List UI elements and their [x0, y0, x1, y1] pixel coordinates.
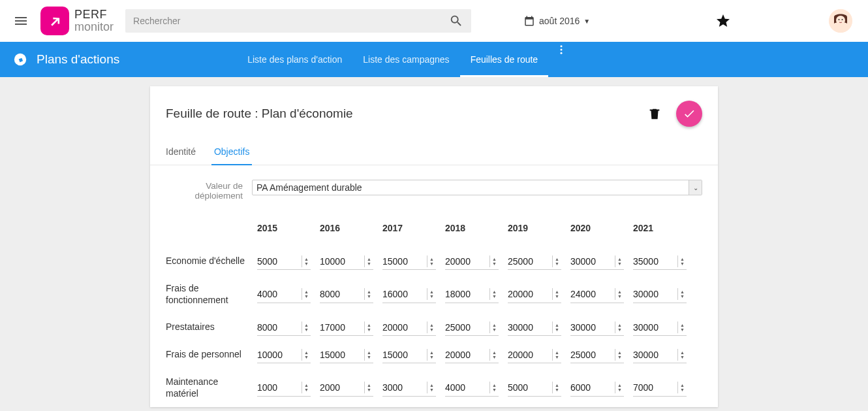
number-input[interactable]: 30000▲▼ [570, 253, 624, 270]
confirm-button[interactable] [676, 101, 702, 127]
stepper-icon[interactable]: ▲▼ [615, 255, 624, 267]
number-input[interactable]: 6000▲▼ [570, 380, 624, 397]
stepper-icon[interactable]: ▲▼ [364, 349, 373, 361]
nav-tab-plans-list[interactable]: Liste des plans d'action [237, 42, 352, 77]
year-header: 2017 [382, 216, 445, 248]
card-tab-identity[interactable]: Identité [157, 139, 205, 165]
hamburger-icon[interactable] [13, 13, 29, 29]
trash-icon[interactable] [647, 105, 662, 123]
date-label: août 2016 [539, 16, 580, 26]
number-input[interactable]: 30000▲▼ [633, 346, 687, 363]
number-input[interactable]: 20000▲▼ [508, 346, 561, 363]
stepper-icon[interactable]: ▲▼ [552, 349, 561, 361]
number-input[interactable]: 1000▲▼ [257, 380, 311, 397]
stepper-icon[interactable]: ▲▼ [364, 255, 373, 267]
value-cell: 25000▲▼ [570, 341, 633, 369]
stepper-icon[interactable]: ▲▼ [302, 255, 311, 267]
number-input[interactable]: 25000▲▼ [508, 253, 561, 270]
stepper-icon[interactable]: ▲▼ [552, 288, 561, 300]
stepper-icon[interactable]: ▲▼ [552, 255, 561, 267]
value-cell: 15000▲▼ [382, 248, 445, 275]
stepper-icon[interactable]: ▲▼ [489, 349, 499, 361]
stepper-icon[interactable]: ▲▼ [552, 321, 561, 333]
stepper-icon[interactable]: ▲▼ [489, 288, 499, 300]
number-input[interactable]: 20000▲▼ [382, 319, 436, 336]
stepper-icon[interactable]: ▲▼ [489, 382, 499, 393]
stepper-icon[interactable]: ▲▼ [302, 382, 311, 393]
number-input[interactable]: 4000▲▼ [445, 380, 499, 397]
number-input[interactable]: 24000▲▼ [570, 286, 624, 303]
stepper-icon[interactable]: ▲▼ [552, 382, 561, 393]
stepper-icon[interactable]: ▲▼ [677, 382, 687, 393]
stepper-icon[interactable]: ▲▼ [364, 382, 373, 393]
year-header: 2020 [570, 216, 633, 248]
chevron-down-icon: ⌄ [689, 180, 702, 195]
stepper-icon[interactable]: ▲▼ [615, 349, 624, 361]
logo[interactable]: PERF monitor [40, 7, 114, 35]
stepper-icon[interactable]: ▲▼ [364, 321, 373, 333]
number-input[interactable]: 15000▲▼ [382, 253, 436, 270]
date-picker[interactable]: août 2016 ▼ [523, 15, 590, 27]
stepper-icon[interactable]: ▲▼ [615, 321, 624, 333]
stepper-icon[interactable]: ▲▼ [427, 321, 436, 333]
stepper-icon[interactable]: ▲▼ [677, 349, 687, 361]
number-input[interactable]: 30000▲▼ [633, 319, 687, 336]
star-icon[interactable] [715, 13, 731, 29]
number-input[interactable]: 30000▲▼ [570, 319, 624, 336]
number-input[interactable]: 16000▲▼ [382, 286, 436, 303]
stepper-icon[interactable]: ▲▼ [677, 321, 687, 333]
number-input[interactable]: 10000▲▼ [257, 346, 311, 363]
stepper-icon[interactable]: ▲▼ [677, 255, 687, 267]
number-input[interactable]: 20000▲▼ [508, 286, 561, 303]
number-input[interactable]: 20000▲▼ [445, 346, 499, 363]
stepper-icon[interactable]: ▲▼ [427, 288, 436, 300]
stepper-icon[interactable]: ▲▼ [302, 288, 311, 300]
stepper-icon[interactable]: ▲▼ [677, 288, 687, 300]
calendar-icon [523, 15, 535, 27]
stepper-icon[interactable]: ▲▼ [427, 349, 436, 361]
number-input[interactable]: 5000▲▼ [508, 380, 561, 397]
number-input[interactable]: 25000▲▼ [445, 319, 499, 336]
search-input[interactable] [133, 16, 449, 26]
stepper-icon[interactable]: ▲▼ [489, 321, 499, 333]
value-cell: 30000▲▼ [633, 341, 696, 369]
value-cell: 20000▲▼ [508, 341, 570, 369]
more-icon[interactable] [553, 42, 569, 58]
number-input[interactable]: 7000▲▼ [633, 380, 687, 397]
number-input[interactable]: 17000▲▼ [320, 319, 373, 336]
searchbar[interactable] [125, 9, 471, 33]
number-input[interactable]: 5000▲▼ [257, 253, 311, 270]
number-input[interactable]: 18000▲▼ [445, 286, 499, 303]
stepper-icon[interactable]: ▲▼ [427, 382, 436, 393]
value-cell: 4000▲▼ [257, 275, 320, 314]
stepper-icon[interactable]: ▲▼ [489, 255, 499, 267]
number-input[interactable]: 30000▲▼ [633, 286, 687, 303]
nav-tab-campaigns-list[interactable]: Liste des campagnes [352, 42, 459, 77]
number-input[interactable]: 8000▲▼ [257, 319, 311, 336]
stepper-icon[interactable]: ▲▼ [615, 382, 624, 393]
stepper-icon[interactable]: ▲▼ [427, 255, 436, 267]
stepper-icon[interactable]: ▲▼ [302, 321, 311, 333]
number-input[interactable]: 10000▲▼ [320, 253, 373, 270]
number-input[interactable]: 20000▲▼ [445, 253, 499, 270]
avatar[interactable] [829, 9, 852, 33]
deployment-select[interactable]: PA Aménagement durable ⌄ [252, 180, 702, 195]
stepper-icon[interactable]: ▲▼ [615, 288, 624, 300]
stepper-icon[interactable]: ▲▼ [364, 288, 373, 300]
value-cell: 30000▲▼ [633, 275, 696, 314]
card-tab-objectives[interactable]: Objectifs [205, 139, 258, 165]
number-input[interactable]: 3000▲▼ [382, 380, 436, 397]
nav-tab-roadmaps[interactable]: Feuilles de route [460, 42, 549, 77]
stepper-icon[interactable]: ▲▼ [302, 349, 311, 361]
number-input[interactable]: 15000▲▼ [320, 346, 373, 363]
search-icon[interactable] [449, 14, 463, 28]
number-input[interactable]: 25000▲▼ [570, 346, 624, 363]
value-cell: 15000▲▼ [382, 341, 445, 369]
number-input[interactable]: 15000▲▼ [382, 346, 436, 363]
number-input[interactable]: 4000▲▼ [257, 286, 311, 303]
number-input[interactable]: 35000▲▼ [633, 253, 687, 270]
value-cell: 18000▲▼ [445, 275, 508, 314]
number-input[interactable]: 30000▲▼ [508, 319, 561, 336]
number-input[interactable]: 8000▲▼ [320, 286, 373, 303]
number-input[interactable]: 2000▲▼ [320, 380, 373, 397]
